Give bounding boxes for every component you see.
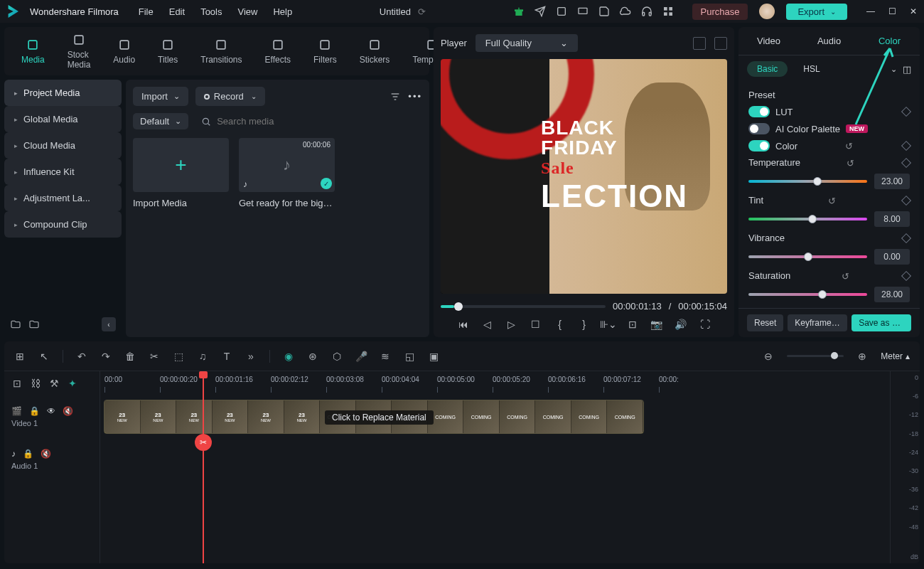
track-control-icon[interactable]: 🔒 <box>23 449 33 459</box>
reset-button[interactable]: Reset <box>747 314 783 331</box>
tl-select-icon[interactable]: ⊞ <box>14 351 26 362</box>
track-head-video-1[interactable]: 🎬🔒👁🔇Video 1 <box>4 395 100 438</box>
volume-icon[interactable]: 🔊 <box>675 319 687 330</box>
export-button[interactable]: Export⌄ <box>786 4 847 20</box>
crop-icon[interactable]: ⬚ <box>173 351 184 362</box>
track-control-icon[interactable]: 🎬 <box>11 406 22 416</box>
sidebar-item-global-media[interactable]: Global Media <box>4 106 122 132</box>
pip-icon[interactable]: ◱ <box>404 351 415 362</box>
tool-tab-stock-media[interactable]: Stock Media <box>68 33 91 70</box>
user-avatar[interactable] <box>759 4 775 19</box>
tint-value[interactable]: 8.00 <box>874 211 910 227</box>
media-card[interactable]: +Import Media <box>133 138 229 208</box>
sidebar-item-adjustment-la---[interactable]: Adjustment La... <box>4 185 122 211</box>
shield-icon[interactable]: ⬡ <box>331 351 343 362</box>
keyframe-panel-button[interactable]: Keyframe Pa... <box>788 314 847 331</box>
vibrance-keyframe-icon[interactable] <box>901 233 911 243</box>
sidebar-item-cloud-media[interactable]: Cloud Media <box>4 132 122 159</box>
apps-icon[interactable] <box>662 6 674 17</box>
color-toggle[interactable] <box>748 140 770 151</box>
saturation-value[interactable]: 28.00 <box>874 287 910 302</box>
cloud-icon[interactable] <box>620 6 631 17</box>
audio-icon[interactable]: ≋ <box>380 351 391 362</box>
text-icon[interactable]: T <box>221 351 232 362</box>
tl-magnet-icon[interactable]: ✦ <box>67 378 78 389</box>
more-options-icon[interactable]: ••• <box>408 91 422 102</box>
speed-icon[interactable]: ⊛ <box>307 351 318 362</box>
temperature-slider[interactable] <box>748 180 867 183</box>
music-icon[interactable]: ♫ <box>197 351 208 362</box>
tab-video[interactable]: Video <box>738 27 799 55</box>
snapshot-icon[interactable]: 📷 <box>651 319 662 330</box>
tool-tab-transitions[interactable]: Transitions <box>200 38 242 65</box>
tint-slider[interactable] <box>748 218 867 220</box>
menu-edit[interactable]: Edit <box>169 6 185 17</box>
folder-sync-icon[interactable] <box>28 319 40 330</box>
meter-toggle[interactable]: Meter▴ <box>881 351 910 361</box>
gift-icon[interactable] <box>513 6 525 17</box>
temperature-keyframe-icon[interactable] <box>901 157 911 167</box>
minimize-button[interactable]: — <box>866 6 876 16</box>
subtab-more-icon[interactable]: ⌄ <box>891 65 897 74</box>
save-preset-button[interactable]: Save as cust... <box>852 314 911 331</box>
new-folder-icon[interactable] <box>10 319 21 330</box>
color-keyframe-icon[interactable] <box>901 141 911 151</box>
layers-icon[interactable] <box>556 6 567 17</box>
track-head-audio-1[interactable]: ♪🔒🔇Audio 1 <box>4 438 100 481</box>
menu-view[interactable]: View <box>237 6 257 17</box>
display-icon[interactable] <box>577 6 589 17</box>
step-back-icon[interactable]: ◁ <box>482 319 493 330</box>
frame-icon[interactable]: ▣ <box>428 351 439 362</box>
track-control-icon[interactable]: 🔒 <box>29 406 40 416</box>
audio-track-1[interactable] <box>100 438 890 481</box>
temperature-value[interactable]: 23.00 <box>874 174 910 189</box>
sidebar-item-influence-kit[interactable]: Influence Kit <box>4 159 122 185</box>
undo-icon[interactable]: ↶ <box>76 351 87 362</box>
quality-dropdown[interactable]: Full Quality <box>476 34 578 52</box>
compare-icon[interactable]: ◫ <box>903 64 911 75</box>
redo-icon[interactable]: ↷ <box>100 351 112 362</box>
ai-palette-toggle[interactable] <box>748 123 770 134</box>
record-dropdown[interactable]: Record⌄ <box>195 87 265 106</box>
vibrance-slider[interactable] <box>748 255 867 258</box>
saturation-reset-icon[interactable]: ↺ <box>842 271 852 281</box>
zoom-out-icon[interactable]: ⊖ <box>763 351 774 362</box>
tool-tab-audio[interactable]: Audio <box>113 38 135 65</box>
send-icon[interactable] <box>534 6 546 17</box>
tint-keyframe-icon[interactable] <box>901 195 911 205</box>
menu-help[interactable]: Help <box>273 6 292 17</box>
more-tools-icon[interactable]: » <box>245 351 257 362</box>
filter-icon[interactable] <box>390 91 401 102</box>
sidebar-item-compound-clip[interactable]: Compound Clip <box>4 211 122 238</box>
vibrance-value[interactable]: 0.00 <box>874 249 910 265</box>
search-input[interactable] <box>217 116 417 127</box>
lut-keyframe-icon[interactable] <box>901 107 911 117</box>
media-card[interactable]: 00:00:06♪♪✓Get ready for the bigg... <box>239 138 335 208</box>
tool-tab-filters[interactable]: Filters <box>313 38 337 65</box>
fullscreen-icon[interactable]: ⛶ <box>699 319 711 330</box>
grid-view-icon[interactable] <box>693 37 706 50</box>
temperature-reset-icon[interactable]: ↺ <box>847 158 856 168</box>
stop-icon[interactable]: ☐ <box>530 319 542 330</box>
track-control-icon[interactable]: 👁 <box>47 406 55 416</box>
mark-in-icon[interactable]: { <box>554 319 566 330</box>
tool-tab-media[interactable]: Media <box>21 38 45 65</box>
mark-out-icon[interactable]: } <box>579 319 590 330</box>
menu-tools[interactable]: Tools <box>200 6 222 17</box>
purchase-button[interactable]: Purchase <box>692 4 748 20</box>
playhead[interactable]: ✂ <box>203 371 204 563</box>
tl-chain-icon[interactable]: ⛓ <box>30 378 41 389</box>
tl-pointer-icon[interactable]: ↖ <box>38 351 50 362</box>
chart-view-icon[interactable] <box>714 37 727 50</box>
tab-color[interactable]: Color <box>859 27 920 55</box>
tool-tab-titles[interactable]: Titles <box>158 38 178 65</box>
display-mode-icon[interactable]: ⊡ <box>627 319 638 330</box>
ai-icon[interactable]: ◉ <box>283 351 294 362</box>
saturation-keyframe-icon[interactable] <box>901 270 911 280</box>
zoom-in-icon[interactable]: ⊕ <box>856 351 868 362</box>
tool-tab-effects[interactable]: Effects <box>265 38 291 65</box>
headphones-icon[interactable] <box>641 6 652 17</box>
subtab-basic[interactable]: Basic <box>747 61 788 77</box>
saturation-slider[interactable] <box>748 293 867 296</box>
scrub-slider[interactable] <box>441 305 606 308</box>
